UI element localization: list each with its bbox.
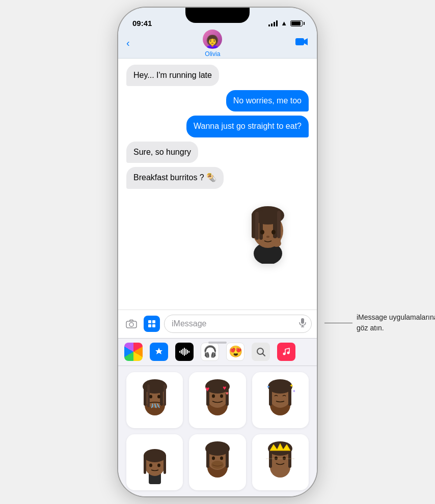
svg-point-76: [220, 457, 223, 460]
contact-memoji: 👩‍🦱: [205, 35, 220, 49]
svg-text:✦: ✦: [266, 384, 270, 389]
svg-rect-39: [144, 385, 147, 406]
svg-rect-4: [252, 213, 256, 238]
svg-text:✦: ✦: [292, 389, 296, 394]
svg-line-33: [263, 354, 265, 356]
message-row-3: Wanna just go straight to eat?: [126, 116, 309, 137]
audio-message-icon[interactable]: [175, 343, 194, 361]
signal-bar-4: [276, 20, 278, 26]
contact-info[interactable]: 👩‍🦱 Olivia: [203, 30, 222, 58]
svg-point-75: [212, 457, 215, 460]
svg-rect-74: [226, 447, 229, 468]
svg-text:♥: ♥: [205, 385, 209, 393]
svg-point-65: [144, 449, 166, 462]
annotation-line-2: göz atın.: [357, 324, 384, 332]
signal-bar-2: [271, 23, 273, 26]
search-app-icon[interactable]: [252, 343, 270, 361]
svg-rect-26: [181, 350, 182, 354]
sticker-4[interactable]: [126, 434, 183, 490]
received-bubble-1: Hey... I'm running late: [126, 65, 219, 86]
annotation-text: iMessage uygulamalarına göz atın.: [357, 312, 435, 333]
svg-point-17: [129, 323, 133, 327]
message-row-2: No worries, me too: [126, 90, 309, 111]
received-bubble-3: Breakfast burritos ? 🌯: [126, 167, 224, 188]
sheet-handle: [208, 342, 227, 344]
message-row-1: Hey... I'm running late: [126, 65, 309, 86]
apps-button[interactable]: [144, 316, 160, 332]
svg-point-43: [149, 395, 152, 399]
message-row-5: Breakfast burritos ? 🌯: [126, 167, 309, 188]
signal-bar-1: [268, 24, 270, 26]
svg-rect-25: [179, 351, 180, 353]
svg-rect-22: [301, 318, 304, 324]
svg-text:✦: ✦: [289, 383, 293, 388]
music-app-icon[interactable]: [277, 343, 295, 361]
svg-point-50: [212, 395, 215, 398]
svg-point-34: [283, 353, 286, 355]
svg-point-77: [211, 461, 224, 469]
svg-point-84: [275, 457, 278, 460]
svg-text:♥: ♥: [226, 390, 229, 396]
svg-point-51: [220, 395, 223, 398]
message-input-bar: iMessage: [118, 310, 317, 338]
app-store-icon[interactable]: [150, 343, 168, 361]
status-icons: ▲: [268, 19, 303, 27]
contact-avatar: 👩‍🦱: [203, 30, 222, 49]
svg-point-69: [157, 463, 160, 467]
sticker-grid: ♥ ♥ ♥: [118, 366, 317, 496]
svg-point-14: [275, 239, 278, 242]
facetime-button[interactable]: [295, 37, 309, 50]
svg-point-9: [260, 230, 264, 234]
sticker-3[interactable]: ✦ ✦ ✦: [252, 372, 309, 428]
sent-bubble-2: Wanna just go straight to eat?: [186, 116, 309, 137]
svg-rect-6: [259, 210, 263, 240]
svg-rect-27: [182, 349, 183, 355]
signal-bars-icon: [268, 20, 278, 26]
camera-button[interactable]: [123, 316, 140, 332]
svg-rect-19: [152, 320, 155, 323]
signal-bar-3: [274, 22, 275, 26]
svg-rect-42: [164, 384, 166, 406]
sticker-1[interactable]: [126, 372, 183, 428]
svg-rect-40: [147, 384, 150, 407]
annotation-container: iMessage uygulamalarına göz atın.: [324, 312, 435, 333]
annotation-line-1: iMessage uygulamalarına: [357, 313, 435, 321]
message-row-4: Sure, so hungry: [126, 142, 309, 163]
received-bubble-2: Sure, so hungry: [126, 142, 198, 163]
svg-point-68: [149, 463, 152, 467]
svg-rect-73: [206, 447, 209, 468]
svg-rect-0: [295, 38, 304, 45]
svg-rect-29: [185, 349, 186, 355]
svg-rect-59: [288, 385, 291, 406]
navigation-bar: ‹ 👩‍🦱 Olivia: [118, 32, 317, 59]
chat-area: Hey... I'm running late No worries, me t…: [118, 59, 317, 310]
sticker-5[interactable]: [189, 434, 246, 490]
svg-rect-20: [148, 324, 151, 327]
microphone-button[interactable]: [299, 318, 306, 330]
back-chevron-icon: ‹: [126, 38, 130, 48]
svg-point-15: [278, 239, 281, 242]
svg-rect-30: [187, 350, 188, 354]
message-input-field[interactable]: iMessage: [164, 315, 312, 333]
sent-bubble-1: No worries, me too: [226, 90, 309, 111]
annotation-line: [324, 323, 352, 323]
memoji-hearts-icon[interactable]: 😍: [226, 343, 244, 361]
contact-name: Olivia: [205, 50, 220, 58]
photos-app-icon[interactable]: [124, 343, 143, 361]
sticker-2[interactable]: ♥ ♥ ♥: [189, 372, 246, 428]
battery-icon: [290, 20, 303, 26]
svg-rect-31: [188, 351, 189, 353]
memoji-message: [126, 195, 309, 266]
svg-rect-18: [148, 320, 151, 323]
svg-rect-28: [184, 348, 185, 356]
svg-rect-67: [164, 455, 166, 474]
back-button[interactable]: ‹: [126, 39, 130, 48]
svg-rect-41: [160, 385, 163, 406]
svg-rect-21: [152, 324, 155, 327]
svg-rect-66: [144, 455, 146, 474]
sticker-6[interactable]: [252, 434, 309, 490]
imessage-app-strip: 🎧 😍: [118, 338, 317, 366]
svg-point-85: [283, 457, 286, 460]
battery-fill: [291, 21, 301, 25]
memoji-app-icon[interactable]: 🎧: [201, 343, 219, 361]
